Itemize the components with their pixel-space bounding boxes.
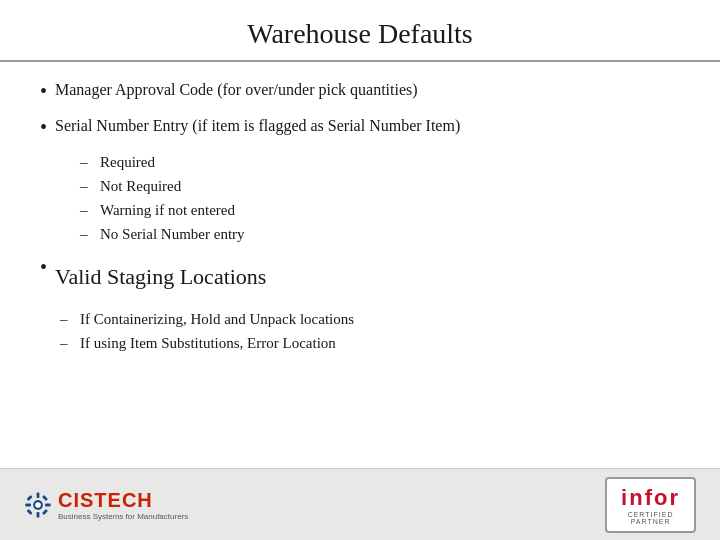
infor-certified-text: CERTIFIED [628, 511, 674, 518]
sub-bullet-list-2: – If Containerizing, Hold and Unpack loc… [60, 307, 680, 355]
slide-content: • Manager Approval Code (for over/under … [0, 62, 720, 468]
slide-footer: CISTECH Business Systems for Manufacture… [0, 468, 720, 540]
cistech-text-logo: CISTECH Business Systems for Manufacture… [58, 489, 188, 521]
bullet-item-2: • Serial Number Entry (if item is flagge… [40, 114, 680, 140]
cistech-gear-icon [24, 491, 52, 519]
sub-bullet-text-containerizing: If Containerizing, Hold and Unpack locat… [80, 307, 354, 331]
slide: Warehouse Defaults • Manager Approval Co… [0, 0, 720, 540]
sub-dash-4: – [80, 222, 92, 246]
bullet-text-2: Serial Number Entry (if item is flagged … [55, 114, 680, 138]
cistech-name: CISTECH [58, 489, 153, 512]
svg-rect-2 [37, 492, 40, 498]
svg-rect-3 [37, 512, 40, 518]
sub-bullet-text-not-required: Not Required [100, 174, 181, 198]
cistech-name-cis: CIS [58, 489, 94, 511]
sub-bullet-text-required: Required [100, 150, 155, 174]
svg-rect-8 [27, 509, 33, 515]
bullet-item-1: • Manager Approval Code (for over/under … [40, 78, 680, 104]
svg-point-1 [35, 502, 41, 508]
svg-rect-7 [42, 509, 48, 515]
sub-dash-6: – [60, 331, 72, 355]
bullet-dot-1: • [40, 78, 47, 104]
bullet-text-1: Manager Approval Code (for over/under pi… [55, 78, 680, 102]
infor-logo: infor CERTIFIED PARTNER [605, 477, 696, 533]
bullet-item-3: • Valid Staging Locations [40, 254, 680, 297]
sub-bullet-containerizing: – If Containerizing, Hold and Unpack loc… [60, 307, 680, 331]
sub-dash-1: – [80, 150, 92, 174]
sub-dash-5: – [60, 307, 72, 331]
svg-rect-5 [45, 503, 51, 506]
bullet-dot-3: • [40, 254, 47, 280]
sub-bullet-no-serial: – No Serial Number entry [80, 222, 680, 246]
bullet-dot-2: • [40, 114, 47, 140]
infor-brand-text: infor [621, 485, 680, 511]
sub-bullet-not-required: – Not Required [80, 174, 680, 198]
slide-header: Warehouse Defaults [0, 0, 720, 62]
bullet-text-3: Valid Staging Locations [55, 260, 680, 293]
sub-bullet-substitutions: – If using Item Substitutions, Error Loc… [60, 331, 680, 355]
sub-bullet-text-substitutions: If using Item Substitutions, Error Locat… [80, 331, 336, 355]
sub-dash-2: – [80, 174, 92, 198]
sub-bullet-list-1: – Required – Not Required – Warning if n… [80, 150, 680, 246]
cistech-logo: CISTECH Business Systems for Manufacture… [24, 489, 188, 521]
svg-rect-6 [27, 495, 33, 501]
sub-bullet-warning: – Warning if not entered [80, 198, 680, 222]
sub-bullet-text-no-serial: No Serial Number entry [100, 222, 245, 246]
svg-rect-4 [25, 503, 31, 506]
svg-rect-9 [42, 495, 48, 501]
sub-bullet-text-warning: Warning if not entered [100, 198, 235, 222]
sub-bullet-required: – Required [80, 150, 680, 174]
sub-dash-3: – [80, 198, 92, 222]
cistech-subtitle: Business Systems for Manufacturers [58, 512, 188, 521]
cistech-name-tech: TECH [94, 489, 152, 511]
slide-title: Warehouse Defaults [40, 18, 680, 50]
infor-partner-text: PARTNER [631, 518, 671, 525]
